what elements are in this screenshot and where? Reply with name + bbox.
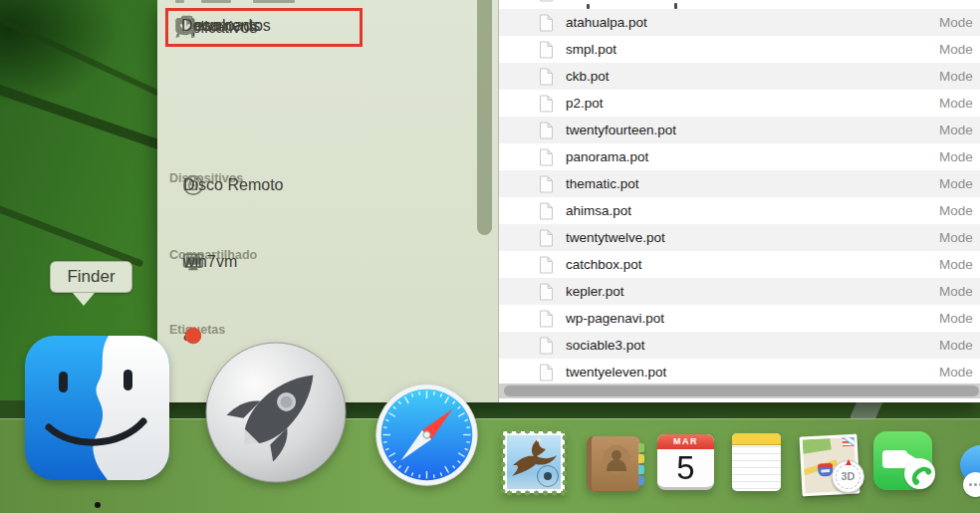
file-name: catchbox.pot [566, 251, 642, 278]
document-icon [539, 337, 554, 355]
table-row[interactable]: panorama.potMode [499, 143, 980, 170]
clipped-sidebar-item-remnant [253, 0, 295, 3]
table-row[interactable]: catchbox.potMode [499, 251, 980, 278]
table-row[interactable]: thematic.potMode [499, 170, 980, 197]
stamp-perforation [562, 431, 568, 493]
file-name: twentytwelve.pot [566, 224, 665, 251]
book-tab [638, 454, 644, 463]
table-row[interactable]: sociable3.potMode [499, 332, 980, 359]
sidebar-item-label: win7vm [183, 253, 237, 271]
file-name: twentyfourteen.pot [566, 117, 676, 143]
file-name: atahualpa.pot [566, 9, 647, 36]
table-row[interactable]: wp-pagenavi.potMode [499, 305, 980, 332]
file-name: panorama.pot [566, 143, 648, 170]
file-name: twentyeleven.pot [566, 359, 666, 385]
document-icon [539, 41, 554, 59]
modified-column-value: Mode [939, 170, 973, 197]
dock-icon-facetime[interactable] [873, 431, 932, 490]
table-row[interactable]: twentyeleven.potMode [499, 359, 980, 385]
document-icon [539, 283, 554, 301]
modified-column-value: Mode [939, 197, 973, 224]
book-tab [638, 443, 644, 452]
modified-column-value: Mode [939, 305, 973, 332]
dock-icon-notes[interactable] [732, 433, 781, 491]
document-icon [539, 148, 554, 166]
annotation-highlight-box [165, 8, 363, 47]
document-icon [539, 310, 554, 328]
finder-tooltip: Finder [50, 261, 132, 293]
horizontal-scrollbar-thumb[interactable] [504, 385, 979, 396]
modified-column-value: Mode [939, 117, 973, 143]
document-icon [539, 229, 554, 247]
document-icon [539, 364, 554, 382]
file-name: thematic.pot [566, 170, 639, 197]
modified-column-value: Mode [939, 9, 973, 36]
contact-silhouette-icon [603, 445, 630, 473]
document-icon [539, 68, 554, 86]
dock-icon-launchpad[interactable] [205, 342, 347, 483]
notes-yellow-band [732, 433, 781, 445]
modified-column-value: Mode [939, 63, 973, 90]
eagle-stamp-photo [507, 435, 561, 489]
document-icon [539, 256, 554, 274]
modified-column-value: Mode [939, 224, 973, 251]
table-row[interactable]: p2.potMode [499, 90, 980, 117]
file-name: smpl.pot [566, 36, 616, 63]
clipped-sidebar-item-remnant [201, 0, 231, 3]
finder-running-indicator [95, 502, 101, 508]
table-row-partial[interactable] [499, 0, 980, 9]
table-row[interactable]: twentyfourteen.potMode [499, 117, 980, 143]
file-name: sociable3.pot [566, 332, 645, 359]
modified-column-value: Mode [939, 251, 973, 278]
document-icon [539, 14, 554, 32]
stamp-perforation [500, 431, 506, 493]
document-icon [539, 175, 554, 193]
finder-tooltip-tail [73, 293, 95, 306]
file-name: p2.pot [566, 90, 604, 117]
desktop: AplicativosMesaDocumentosDownloadsDispos… [0, 0, 980, 513]
modified-column-value: Mode [939, 36, 973, 63]
book-tab [638, 465, 644, 474]
table-row[interactable]: twentytwelve.potMode [499, 224, 980, 251]
modified-column-value: Mode [939, 359, 973, 385]
sidebar-scrollbar[interactable] [477, 0, 492, 235]
file-name: ahimsa.pot [566, 197, 631, 224]
sidebar-item-label: Disco Remoto [183, 176, 283, 194]
dock-icon-safari[interactable] [375, 384, 478, 486]
stamp-perforation [503, 490, 565, 496]
dock-icon-mail[interactable] [503, 431, 565, 493]
modified-column-value: Mode [939, 332, 973, 359]
dock-icon-finder[interactable] [25, 336, 169, 480]
table-row[interactable]: kepler.potMode [499, 278, 980, 305]
table-row[interactable]: smpl.potMode [499, 36, 980, 63]
modified-column-value: Mode [939, 90, 973, 117]
phone-badge-icon [904, 458, 935, 489]
dock-icon-calendar[interactable]: MAR 5 [657, 434, 714, 490]
modified-column-value: Mode [939, 143, 973, 170]
compass-north-tick [846, 459, 852, 465]
calendar-day: 5 [657, 447, 714, 487]
table-row[interactable]: atahualpa.potMode [499, 9, 980, 36]
document-icon [539, 95, 554, 113]
stamp-perforation [503, 428, 565, 434]
postmark-icon [537, 465, 559, 487]
document-icon [539, 0, 554, 2]
table-row[interactable]: ckb.potMode [499, 63, 980, 90]
tag-red-icon [181, 324, 207, 348]
book-tab [638, 476, 644, 485]
modified-column-value: Mode [939, 278, 973, 305]
file-name: kepler.pot [566, 278, 624, 305]
document-icon [539, 202, 554, 220]
dock-icon-maps[interactable]: 3D [801, 435, 858, 495]
dock-icon-contacts[interactable] [587, 436, 640, 491]
file-name: wp-pagenavi.pot [566, 305, 664, 332]
maps-3d-badge: 3D [832, 460, 864, 493]
table-row[interactable]: ahimsa.potMode [499, 197, 980, 224]
file-name: ckb.pot [566, 63, 610, 90]
document-icon [539, 122, 554, 139]
file-list: atahualpa.potModesmpl.potModeckb.potMode… [498, 0, 980, 402]
clipped-sidebar-item-remnant [175, 0, 184, 3]
